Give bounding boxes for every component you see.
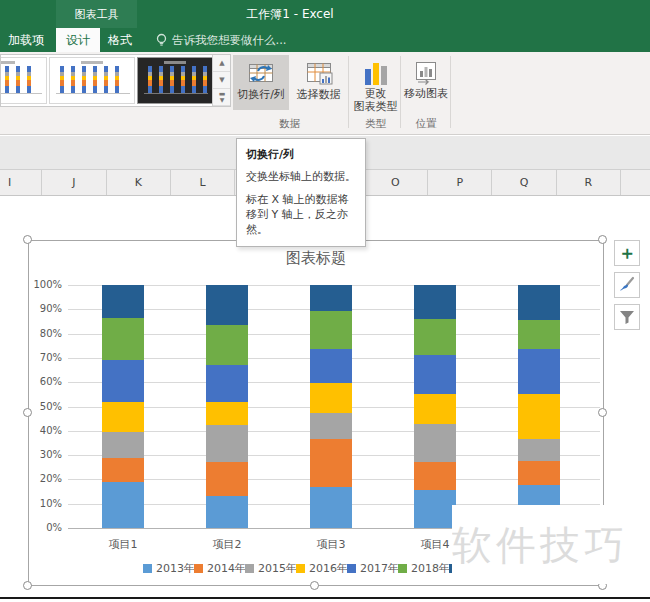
gallery-more-icon[interactable]: ▬▼ — [213, 89, 231, 106]
selection-handle[interactable] — [310, 581, 319, 590]
bar-segment-项目2-s6[interactable] — [206, 325, 248, 365]
bar-segment-项目2-s1[interactable] — [206, 496, 248, 528]
add-chart-element-button[interactable]: ＋ — [614, 240, 640, 266]
tab-addins[interactable]: 加载项 — [2, 28, 50, 52]
bar-segment-项目2-s5[interactable] — [206, 365, 248, 401]
legend-swatch — [245, 564, 254, 573]
chart-title[interactable]: 图表标题 — [28, 249, 604, 268]
bar-segment-项目3-s6[interactable] — [310, 311, 352, 350]
bar-segment-项目4-s4[interactable] — [414, 394, 456, 423]
bar-segment-项目5-s4[interactable] — [518, 394, 560, 439]
bar-segment-项目4-s5[interactable] — [414, 355, 456, 394]
y-axis-tick-label: 60% — [22, 376, 62, 387]
column-header-Q[interactable]: Q — [492, 170, 556, 195]
legend-item-2015年[interactable]: 2015年 — [245, 561, 297, 575]
switch-row-column-label: 切换行/列 — [237, 88, 285, 101]
bar-segment-项目5-s6[interactable] — [518, 320, 560, 349]
bar-segment-项目5-s3[interactable] — [518, 439, 560, 461]
bar-segment-项目1-s1[interactable] — [102, 482, 144, 528]
watermark-text: 软件技巧 — [452, 525, 628, 565]
legend-item-2017年[interactable]: 2017年 — [347, 561, 399, 575]
column-header-I[interactable]: I — [0, 170, 42, 195]
column-header-K[interactable]: K — [107, 170, 171, 195]
gallery-scrollbar: ▲ ▼ ▬▼ — [212, 55, 230, 106]
selection-handle[interactable] — [598, 408, 607, 417]
y-axis-tick-label: 100% — [22, 279, 62, 290]
legend-item-2013年[interactable]: 2013年 — [143, 561, 195, 575]
bar-segment-项目4-s1[interactable] — [414, 490, 456, 528]
bar-segment-项目3-s3[interactable] — [310, 413, 352, 440]
window-title: 工作簿1 - Excel — [180, 0, 400, 28]
chart-filters-button[interactable] — [614, 304, 640, 330]
legend-swatch — [194, 564, 203, 573]
chart-style-thumbnail-2[interactable] — [49, 57, 135, 104]
category-label-项目1[interactable]: 项目1 — [83, 537, 163, 552]
bar-segment-项目4-s6[interactable] — [414, 319, 456, 355]
bar-segment-项目5-s7[interactable] — [518, 285, 560, 320]
bar-segment-项目1-s3[interactable] — [102, 432, 144, 458]
bar-segment-项目5-s2[interactable] — [518, 461, 560, 485]
bar-segment-项目1-s7[interactable] — [102, 285, 144, 318]
group-label-position: 位置 — [403, 117, 449, 131]
bar-segment-项目4-s3[interactable] — [414, 424, 456, 463]
bar-segment-项目1-s6[interactable] — [102, 318, 144, 361]
column-header-O[interactable]: O — [364, 170, 428, 195]
switch-row-column-tooltip: 切换行/列 交换坐标轴上的数据。标在 X 轴上的数据将移到 Y 轴上，反之亦然。 — [236, 138, 366, 247]
bar-segment-项目4-s2[interactable] — [414, 462, 456, 490]
column-header-R[interactable]: R — [557, 170, 621, 195]
group-label-data: 数据 — [233, 117, 346, 131]
legend-swatch — [347, 564, 356, 573]
column-header-P[interactable]: P — [428, 170, 492, 195]
bar-segment-项目5-s5[interactable] — [518, 349, 560, 394]
chart-style-thumbnail-1[interactable] — [0, 57, 47, 104]
column-header-L[interactable]: L — [171, 170, 235, 195]
watermark: 软件技巧 — [452, 505, 650, 584]
bar-segment-项目3-s5[interactable] — [310, 349, 352, 383]
bar-segment-项目2-s7[interactable] — [206, 285, 248, 325]
gallery-scroll-down-icon[interactable]: ▼ — [213, 72, 231, 89]
group-separator — [400, 56, 401, 128]
y-axis-tick-label: 10% — [22, 498, 62, 509]
select-data-button[interactable]: 选择数据 — [291, 55, 346, 110]
tooltip-line: 然。 — [246, 222, 356, 237]
category-label-项目2[interactable]: 项目2 — [187, 537, 267, 552]
bar-segment-项目3-s1[interactable] — [310, 487, 352, 528]
table-chart-icon — [304, 58, 334, 88]
chart-style-thumbnail-3[interactable] — [137, 57, 213, 104]
legend-label: 2016年 — [309, 561, 348, 576]
tab-design[interactable]: 设计 — [56, 28, 100, 52]
bar-segment-项目4-s7[interactable] — [414, 285, 456, 319]
column-header-J[interactable]: J — [42, 170, 106, 195]
tooltip-line: 标在 X 轴上的数据将 — [246, 192, 356, 207]
tooltip-title: 切换行/列 — [246, 147, 356, 162]
bar-segment-项目2-s4[interactable] — [206, 402, 248, 425]
tell-me-box[interactable]: 告诉我您想要做什么... — [172, 28, 286, 52]
column-chart-icon — [363, 59, 389, 87]
legend-item-2016年[interactable]: 2016年 — [296, 561, 348, 575]
bar-segment-项目1-s5[interactable] — [102, 360, 144, 401]
tab-format[interactable]: 格式 — [100, 28, 140, 52]
selection-handle[interactable] — [23, 581, 32, 590]
y-axis-tick-label: 90% — [22, 303, 62, 314]
selection-handle[interactable] — [23, 408, 32, 417]
legend-item-2018年[interactable]: 2018年 — [398, 561, 450, 575]
y-axis-tick-label: 20% — [22, 473, 62, 484]
lightbulb-icon — [155, 33, 168, 47]
switch-row-column-button[interactable]: 切换行/列 — [233, 55, 289, 110]
select-data-label: 选择数据 — [297, 88, 341, 101]
bar-segment-项目2-s2[interactable] — [206, 462, 248, 496]
group-separator — [450, 56, 451, 128]
selection-handle[interactable] — [23, 235, 32, 244]
gallery-scroll-up-icon[interactable]: ▲ — [213, 55, 231, 72]
chart-styles-button[interactable] — [614, 272, 640, 298]
bar-segment-项目1-s2[interactable] — [102, 458, 144, 482]
bar-segment-项目2-s3[interactable] — [206, 425, 248, 463]
bar-segment-项目3-s4[interactable] — [310, 383, 352, 412]
bar-segment-项目3-s2[interactable] — [310, 439, 352, 486]
chart-styles-gallery: ▲ ▼ ▬▼ — [0, 54, 231, 107]
legend-item-2014年[interactable]: 2014年 — [194, 561, 246, 575]
bar-segment-项目1-s4[interactable] — [102, 402, 144, 432]
bar-segment-项目3-s7[interactable] — [310, 285, 352, 311]
selection-handle[interactable] — [598, 235, 607, 244]
category-label-项目3[interactable]: 项目3 — [291, 537, 371, 552]
